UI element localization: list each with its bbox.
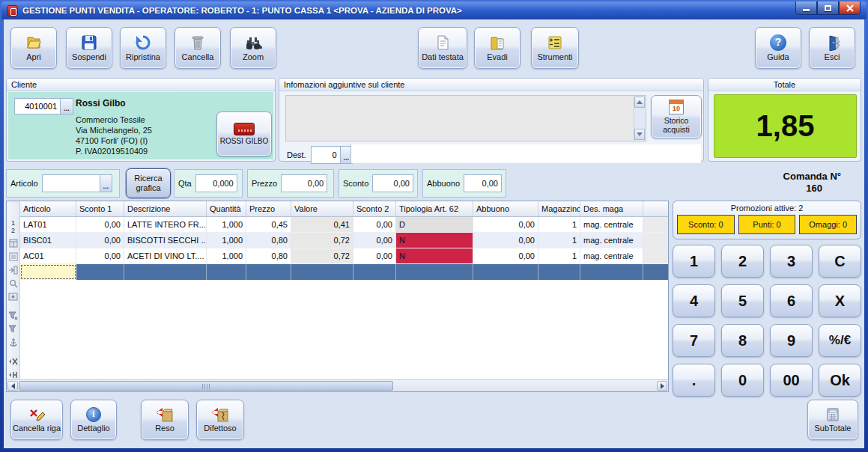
column-header[interactable]: Des. maga	[580, 201, 643, 216]
grid-nav-form-icon[interactable]	[9, 239, 18, 248]
grid-cell[interactable]: 0,00	[473, 217, 538, 233]
grid-cell[interactable]: 1,000	[207, 248, 246, 264]
qta-input[interactable]: 0,000	[195, 174, 237, 192]
column-header[interactable]: Sconto 1	[76, 201, 124, 216]
column-header[interactable]: Prezzo	[246, 201, 291, 216]
grid-cell[interactable]: LATTE INTERO FR...	[124, 217, 207, 233]
grid-cell[interactable]: 0,00	[353, 217, 396, 233]
grid-cell[interactable]: 0,00	[473, 248, 538, 264]
column-header[interactable]: Descrizione	[124, 201, 207, 216]
scroll-left-button[interactable]	[7, 381, 18, 391]
memo-scrollbar[interactable]	[634, 97, 645, 140]
grid-cell[interactable]: LAT01	[20, 217, 76, 233]
column-header[interactable]: Sconto 2	[353, 201, 396, 216]
grid-row[interactable]: AC01 0,00 ACETI DI VINO LT.... 1,000 0,8…	[20, 248, 668, 264]
grid-nav-list-icon[interactable]	[9, 252, 18, 261]
numpad-key-5[interactable]: 5	[721, 284, 764, 317]
column-header[interactable]: Magazzino	[538, 201, 580, 216]
grid-cell[interactable]: AC01	[20, 248, 76, 264]
grid-nav-filter-edit-icon[interactable]	[8, 325, 18, 334]
dettaglio-button[interactable]: i Dettaglio	[70, 400, 117, 440]
grid-cell[interactable]: 0,72	[291, 233, 353, 248]
grid-nav-film-icon[interactable]	[8, 293, 18, 301]
promo-punti-box[interactable]: Punti: 0	[738, 215, 796, 234]
grid-nav-filter-icon[interactable]	[8, 311, 18, 320]
grid-cell[interactable]: D	[396, 217, 473, 233]
grid-cell[interactable]: 0,00	[353, 248, 396, 264]
numpad-key-0[interactable]: 0	[721, 364, 764, 397]
subtotale-button[interactable]: SubTotale	[807, 400, 858, 440]
numpad-key-1[interactable]: 1	[673, 245, 715, 278]
numpad-key-00[interactable]: 00	[770, 364, 813, 397]
cliente-code-input[interactable]: 4010001	[14, 98, 61, 114]
scrollbar-thumb[interactable]	[19, 381, 393, 391]
grid-nav-cancel-icon[interactable]	[8, 357, 18, 366]
grid-cell[interactable]: BISCOTTI SECCHI ...	[124, 233, 207, 248]
scroll-up-button[interactable]	[634, 97, 645, 108]
column-header[interactable]: Valore	[291, 201, 353, 216]
articolo-input[interactable]	[42, 174, 100, 192]
promo-omaggi-box[interactable]: Omaggi: 0	[799, 215, 857, 234]
storico-acquisti-button[interactable]: 10 Storico acquisti	[651, 95, 702, 138]
prezzo-input[interactable]: 0,00	[281, 174, 327, 192]
numpad-key-multiply[interactable]: X	[819, 284, 861, 317]
dati-testata-button[interactable]: Dati testata	[418, 27, 467, 69]
grid-cell[interactable]: mag. centrale	[580, 248, 643, 264]
grid-cell[interactable]: 0,00	[76, 248, 124, 264]
close-button[interactable]	[839, 1, 861, 15]
grid-cell[interactable]: 0,72	[291, 248, 353, 264]
numpad-key-dot[interactable]: .	[673, 364, 715, 397]
numpad-key-8[interactable]: 8	[721, 324, 764, 357]
grid-cell[interactable]: 1	[538, 217, 580, 233]
cliente-notes-memo[interactable]	[285, 95, 646, 141]
grid-cell[interactable]: 0,80	[246, 233, 291, 248]
guida-button[interactable]: ? Guida	[755, 27, 801, 69]
column-header[interactable]: Articolo	[20, 201, 76, 216]
grid-cell[interactable]: 1	[538, 248, 580, 264]
minimize-button[interactable]	[795, 1, 817, 15]
grid-cell[interactable]: 0,45	[246, 217, 291, 233]
difettoso-button[interactable]: Difettoso	[196, 400, 244, 440]
articolo-lookup-button[interactable]: ...	[100, 174, 112, 192]
numpad-key-3[interactable]: 3	[770, 245, 813, 278]
grid-cell[interactable]: 1,000	[207, 233, 246, 248]
numpad-key-9[interactable]: 9	[770, 324, 813, 357]
column-header[interactable]: Abbuono	[473, 201, 538, 216]
numpad-key-ok[interactable]: Ok	[819, 364, 861, 397]
maximize-button[interactable]	[817, 1, 839, 15]
grid-nav-insert-icon[interactable]	[8, 266, 18, 275]
reso-button[interactable]: Reso	[141, 400, 189, 440]
grid-cell[interactable]: 0,41	[291, 217, 353, 233]
grid-nav-search-icon[interactable]	[9, 279, 18, 288]
ricerca-grafica-button[interactable]: Ricerca grafica	[126, 168, 171, 198]
grid-edit-cell[interactable]	[20, 264, 76, 280]
column-header[interactable]: Quantità	[207, 201, 246, 216]
scroll-right-button[interactable]	[657, 381, 667, 391]
abbuono-input[interactable]: 0,00	[464, 174, 502, 192]
promo-sconto-box[interactable]: Sconto: 0	[677, 215, 735, 234]
strumenti-button[interactable]: Strumenti	[531, 27, 579, 69]
cliente-lookup-button[interactable]: ...	[61, 98, 73, 114]
grid-row[interactable]: LAT01 0,00 LATTE INTERO FR... 1,000 0,45…	[20, 217, 668, 233]
sospendi-button[interactable]: Sospendi	[66, 27, 112, 69]
grid-insert-row[interactable]	[20, 264, 668, 280]
grid-cell[interactable]: 0,00	[473, 233, 538, 248]
numpad-key-7[interactable]: 7	[673, 324, 715, 357]
grid-cell[interactable]: mag. centrale	[580, 233, 643, 248]
numpad-key-clear[interactable]: C	[819, 245, 861, 278]
grid-horizontal-scrollbar[interactable]	[7, 379, 668, 391]
grid-cell[interactable]: 0,00	[353, 233, 396, 248]
grid-cell[interactable]: 0,80	[246, 248, 291, 264]
grid-cell[interactable]: 1,000	[207, 217, 246, 233]
cancella-button[interactable]: Cancella	[174, 27, 221, 69]
esci-button[interactable]: Esci	[809, 27, 855, 69]
numpad-key-2[interactable]: 2	[721, 245, 764, 278]
numpad-key-4[interactable]: 4	[673, 284, 715, 317]
grid-cell[interactable]: 1	[538, 233, 580, 248]
numpad-key-6[interactable]: 6	[770, 284, 813, 317]
zoom-button[interactable]: Zoom	[230, 27, 276, 69]
cancella-riga-button[interactable]: Cancella riga	[10, 400, 63, 440]
sconto-input[interactable]: 0,00	[372, 174, 413, 192]
numpad-key-percent-euro[interactable]: %/€	[819, 324, 861, 357]
grid-nav-anchor-icon[interactable]	[9, 338, 18, 348]
